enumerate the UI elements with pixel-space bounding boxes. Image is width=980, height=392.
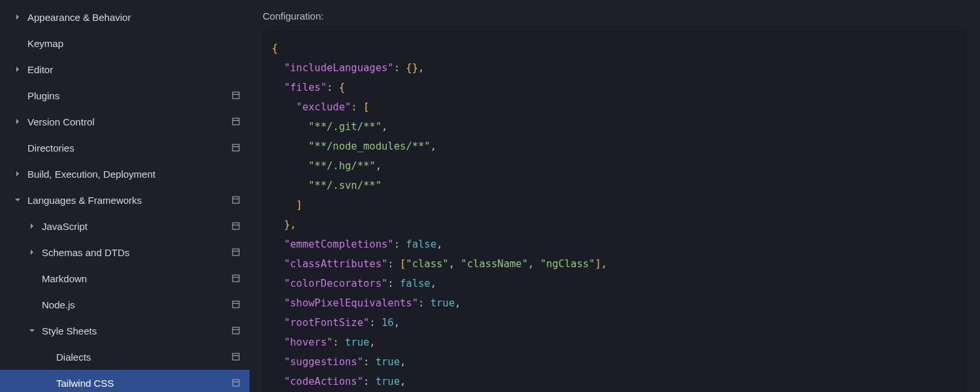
token-punct: , xyxy=(431,278,436,289)
token-punct: : xyxy=(327,82,339,93)
chevron-right-icon[interactable] xyxy=(12,63,24,75)
tree-item[interactable]: Tailwind CSS xyxy=(0,370,250,392)
chevron-down-icon[interactable] xyxy=(26,325,38,336)
token-key: "rootFontSize" xyxy=(284,317,370,329)
token-key: "showPixelEquivalents" xyxy=(284,297,418,309)
project-scope-icon xyxy=(231,117,240,126)
token-punct: : xyxy=(394,62,406,74)
chevron-right-icon[interactable] xyxy=(26,246,38,258)
token-punct: , xyxy=(431,140,436,152)
settings-detail-pane: Configuration: { "includeLanguages": {},… xyxy=(250,0,980,392)
tree-item-label: Languages & Frameworks xyxy=(27,195,231,206)
configuration-label: Configuration: xyxy=(263,10,967,22)
svg-rect-12 xyxy=(233,275,239,282)
token-str: "ngClass" xyxy=(540,258,595,270)
token-bool: false xyxy=(400,278,431,289)
project-scope-icon xyxy=(231,143,240,152)
project-scope-icon xyxy=(231,91,240,100)
code-line[interactable]: "colorDecorators": false, xyxy=(263,274,967,293)
code-line[interactable]: "rootFontSize": 16, xyxy=(263,313,967,333)
tree-item[interactable]: Directories xyxy=(0,135,250,161)
svg-rect-2 xyxy=(233,118,239,125)
code-line[interactable]: { xyxy=(263,39,967,58)
tree-item[interactable]: JavaScript xyxy=(0,213,250,239)
tree-item-label: Tailwind CSS xyxy=(56,378,231,389)
token-key: "includeLanguages" xyxy=(284,62,394,74)
chevron-spacer xyxy=(12,37,24,49)
code-line[interactable]: "files": { xyxy=(263,78,967,97)
token-brace: { xyxy=(272,42,278,54)
token-punct: , xyxy=(601,258,607,270)
code-line[interactable]: "**/.hg/**", xyxy=(263,156,967,176)
chevron-down-icon[interactable] xyxy=(12,194,24,206)
token-bracket: ] xyxy=(595,258,601,270)
svg-rect-6 xyxy=(233,197,239,203)
chevron-right-icon[interactable] xyxy=(26,220,38,232)
code-line[interactable]: "codeActions": true, xyxy=(263,372,967,391)
project-scope-icon xyxy=(231,378,240,387)
code-line[interactable]: "**/node_modules/**", xyxy=(263,137,967,156)
tree-item[interactable]: Editor xyxy=(0,56,250,82)
project-scope-icon xyxy=(231,248,240,257)
settings-tree-sidebar[interactable]: Appearance & BehaviorKeymapEditorPlugins… xyxy=(0,0,250,392)
token-punct: : xyxy=(418,297,431,309)
token-bool: true xyxy=(376,376,400,387)
code-line[interactable]: "exclude": [ xyxy=(263,97,967,117)
code-line[interactable]: "hovers": true, xyxy=(263,333,967,352)
chevron-right-icon[interactable] xyxy=(12,116,24,127)
tree-item-label: Markdown xyxy=(42,273,231,284)
chevron-right-icon[interactable] xyxy=(12,168,24,180)
code-line[interactable]: "suggestions": true, xyxy=(263,352,967,372)
token-key: "codeActions" xyxy=(284,376,363,387)
tree-item-label: Build, Execution, Deployment xyxy=(27,169,250,180)
token-punct: , xyxy=(400,356,406,368)
tree-item[interactable]: Appearance & Behavior xyxy=(0,4,250,30)
tree-item[interactable]: Style Sheets xyxy=(0,318,250,344)
project-scope-icon xyxy=(231,352,240,361)
token-str: "**/.git/**" xyxy=(308,121,382,133)
tree-item-label: Keymap xyxy=(27,38,250,49)
svg-rect-14 xyxy=(233,301,239,308)
token-key: "emmetCompletions" xyxy=(284,238,394,250)
token-punct: , xyxy=(436,238,442,250)
tree-item[interactable]: Build, Execution, Deployment xyxy=(0,161,250,187)
tree-item[interactable]: Node.js xyxy=(0,291,250,318)
chevron-spacer xyxy=(41,351,52,363)
token-punct: : xyxy=(363,376,376,387)
code-line[interactable]: "**/.git/**", xyxy=(263,117,967,137)
chevron-right-icon[interactable] xyxy=(12,11,24,23)
configuration-editor[interactable]: { "includeLanguages": {}, "files": { "ex… xyxy=(263,31,967,392)
token-punct: , xyxy=(455,297,461,309)
chevron-spacer xyxy=(12,142,24,154)
token-punct: : xyxy=(387,258,400,270)
token-bool: true xyxy=(431,297,455,309)
svg-rect-20 xyxy=(233,380,239,386)
code-line[interactable]: "classAttributes": ["class", "className"… xyxy=(263,254,967,274)
code-line[interactable]: "**/.svn/**" xyxy=(263,176,967,195)
code-line[interactable]: }, xyxy=(263,215,967,235)
tree-item[interactable]: Dialects xyxy=(0,344,250,370)
token-punct: , xyxy=(290,219,296,231)
code-line[interactable]: "showPixelEquivalents": true, xyxy=(263,293,967,313)
code-line[interactable]: "includeLanguages": {}, xyxy=(263,58,967,78)
chevron-spacer xyxy=(41,377,52,389)
token-punct: : xyxy=(351,101,363,113)
token-punct: : xyxy=(333,336,345,348)
chevron-spacer xyxy=(12,90,24,101)
code-line[interactable]: ] xyxy=(263,195,967,215)
token-str: "className" xyxy=(461,258,528,270)
token-punct: : xyxy=(394,238,406,250)
tree-item[interactable]: Markdown xyxy=(0,265,250,291)
tree-item-label: Version Control xyxy=(27,116,231,127)
code-line[interactable]: "emmetCompletions": false, xyxy=(263,235,967,254)
token-punct: , xyxy=(376,160,382,172)
tree-item[interactable]: Version Control xyxy=(0,108,250,135)
tree-item[interactable]: Plugins xyxy=(0,82,250,108)
token-key: "classAttributes" xyxy=(284,258,388,270)
tree-item[interactable]: Schemas and DTDs xyxy=(0,239,250,265)
tree-item[interactable]: Languages & Frameworks xyxy=(0,187,250,213)
tree-item[interactable]: Keymap xyxy=(0,30,250,56)
token-str: "**/node_modules/**" xyxy=(308,140,431,152)
token-key: "files" xyxy=(284,82,327,93)
token-punct: , xyxy=(369,336,375,348)
